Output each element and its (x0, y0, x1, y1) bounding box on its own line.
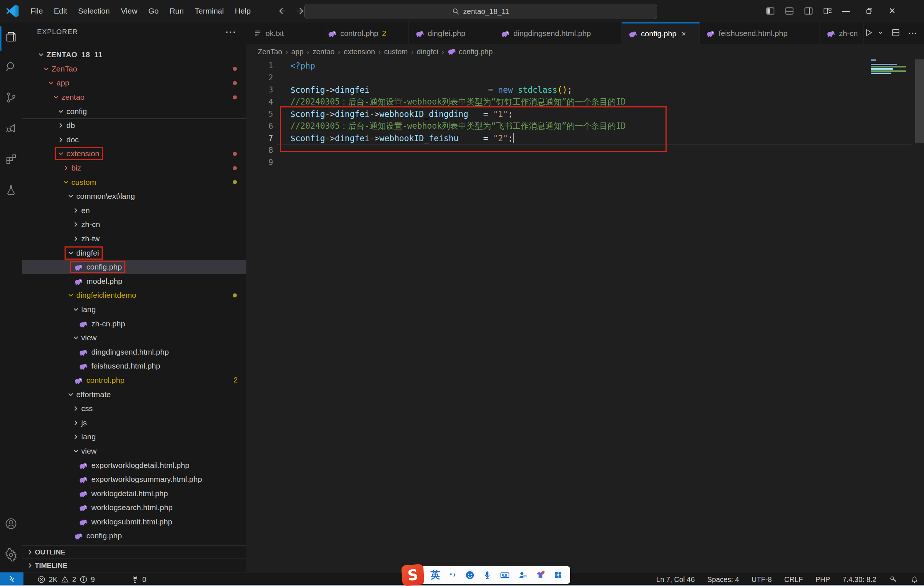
language-toggle-icon[interactable]: 英 (431, 570, 440, 580)
tree-item-css[interactable]: css (22, 401, 246, 416)
tab-close-icon[interactable]: × (681, 30, 686, 38)
toggle-panel-icon[interactable] (785, 6, 794, 16)
php-version-key-icon[interactable] (889, 575, 898, 584)
menu-edit[interactable]: Edit (48, 0, 73, 22)
tree-item-worklogdetail.html.php[interactable]: worklogdetail.html.php (22, 486, 246, 500)
tree-item-control.php[interactable]: control.php2 (22, 373, 246, 388)
tab-zh-cn.pl[interactable]: zh-cn.pl (820, 22, 864, 44)
status-item-utf-8[interactable]: UTF-8 (752, 575, 772, 584)
tree-item-zh-cn[interactable]: zh-cn (22, 218, 246, 232)
tree-item-model.php[interactable]: model.php (22, 274, 246, 289)
toggle-secondary-sidebar-icon[interactable] (804, 6, 813, 16)
menu-view[interactable]: View (115, 0, 143, 22)
tree-item-lang[interactable]: lang (22, 430, 246, 444)
outline-section-header[interactable]: OUTLINE (22, 545, 246, 559)
minimize-icon[interactable]: — (842, 6, 850, 16)
notifications-bell-icon[interactable] (910, 575, 919, 584)
punctuation-icon[interactable] (448, 570, 457, 580)
code-line-3[interactable]: 3$config->dingfei = new stdclass(); (246, 84, 924, 96)
tree-item-config[interactable]: config (22, 104, 246, 119)
explorer-more-actions-icon[interactable]: ⋯ (225, 25, 236, 38)
tree-item-js[interactable]: js (22, 416, 246, 430)
menu-run[interactable]: Run (164, 0, 190, 22)
tree-item-exportworklogdetail.html.php[interactable]: exportworklogdetail.html.php (22, 458, 246, 472)
skin-icon[interactable] (535, 570, 546, 580)
tree-item-custom[interactable]: custom (22, 175, 246, 189)
tree-item-extension[interactable]: extension (22, 147, 246, 161)
split-editor-icon[interactable] (891, 28, 901, 39)
menu-file[interactable]: File (25, 0, 48, 22)
tree-item-view[interactable]: view (22, 444, 246, 458)
tree-item-config.php[interactable]: config.php (22, 529, 246, 543)
tree-item-config.php[interactable]: config.php (22, 260, 246, 274)
code-editor[interactable]: 1<?php23$config->dingfei = new stdclass(… (246, 59, 924, 572)
breadcrumb-item-dingfei[interactable]: dingfei (417, 48, 439, 56)
ports-status[interactable]: 0 (130, 573, 146, 586)
tab-dingfei.php[interactable]: dingfei.php (409, 22, 495, 44)
tree-item-app[interactable]: app (22, 76, 246, 90)
tree-item-doc[interactable]: doc (22, 133, 246, 147)
tab-config.php[interactable]: config.php× (622, 22, 700, 44)
explorer-icon[interactable] (0, 23, 22, 50)
breadcrumb-item-extension[interactable]: extension (343, 48, 375, 56)
timeline-section-header[interactable]: TIMELINE (22, 558, 246, 572)
tree-item-biz[interactable]: biz (22, 161, 246, 175)
menu-help[interactable]: Help (229, 0, 256, 22)
keyboard-icon[interactable] (500, 570, 510, 580)
menu-go[interactable]: Go (143, 0, 164, 22)
tree-item-dingfei[interactable]: dingfei (22, 246, 246, 260)
customize-layout-icon[interactable] (823, 6, 832, 16)
tab-control.php[interactable]: control.php2 (321, 22, 409, 44)
tree-item-zentao[interactable]: ZenTao (22, 62, 246, 76)
code-line-9[interactable]: 9 (246, 156, 924, 168)
command-center-search[interactable]: zentao_18_11 (304, 4, 657, 19)
problems-status[interactable]: 2K 2 9 (37, 573, 95, 586)
sogou-logo-icon[interactable]: S (401, 564, 425, 586)
settings-gear-icon[interactable] (0, 541, 22, 568)
breadcrumb-item-zentao[interactable]: ZenTao (258, 48, 282, 56)
search-view-icon[interactable] (0, 53, 22, 80)
breadcrumb-item-app[interactable]: app (291, 48, 303, 56)
restore-icon[interactable] (865, 7, 873, 15)
tree-item-effortmate[interactable]: effortmate (22, 387, 246, 401)
tree-item-en[interactable]: en (22, 203, 246, 218)
tree-item-worklogsubmit.html.php[interactable]: worklogsubmit.html.php (22, 515, 246, 529)
tab-feishusend.html.php[interactable]: feishusend.html.php (700, 22, 820, 44)
status-item-crlf[interactable]: CRLF (784, 575, 803, 584)
tree-item-common-ext-lang[interactable]: common\ext\lang (22, 189, 246, 203)
toggle-primary-sidebar-icon[interactable] (766, 6, 775, 16)
nav-back-icon[interactable] (277, 6, 286, 16)
tree-item-lang[interactable]: lang (22, 302, 246, 317)
tree-item-db[interactable]: db (22, 119, 246, 133)
extensions-icon[interactable] (0, 145, 22, 172)
user-profile-icon[interactable] (518, 570, 528, 580)
run-debug-icon[interactable] (0, 115, 22, 142)
minimap[interactable] (871, 59, 908, 75)
more-actions-icon[interactable]: ⋯ (908, 28, 917, 39)
close-icon[interactable]: ✕ (889, 6, 895, 16)
tree-item-dingdingsend.html.php[interactable]: dingdingsend.html.php (22, 345, 246, 359)
status-item-php[interactable]: PHP (815, 575, 830, 584)
tree-item-zentao[interactable]: zentao (22, 90, 246, 104)
menu-terminal[interactable]: Terminal (189, 0, 229, 22)
run-dropdown-chevron-icon[interactable] (877, 29, 884, 37)
status-item-spaces[interactable]: Spaces: 4 (707, 575, 739, 584)
breadcrumb-item-zentao[interactable]: zentao (312, 48, 334, 56)
status-item-ln-7--col-46[interactable]: Ln 7, Col 46 (656, 575, 695, 584)
tree-item-feishusend.html.php[interactable]: feishusend.html.php (22, 359, 246, 373)
tree-item-zh-cn.php[interactable]: zh-cn.php (22, 317, 246, 331)
remote-indicator[interactable] (0, 573, 23, 586)
tree-item-dingfeiclientdemo[interactable]: dingfeiclientdemo (22, 288, 246, 302)
accounts-icon[interactable] (0, 510, 22, 537)
testing-icon[interactable] (0, 177, 22, 203)
tree-item-exportworklogsummary.html.php[interactable]: exportworklogsummary.html.php (22, 472, 246, 487)
tree-item-zentao-18-11[interactable]: ZENTAO_18_11 (22, 48, 246, 62)
tree-item-zh-tw[interactable]: zh-tw (22, 232, 246, 246)
tab-ok.txt[interactable]: ok.txt (246, 22, 321, 44)
editor-scrollbar[interactable] (915, 59, 924, 143)
source-control-icon[interactable] (0, 84, 22, 111)
tree-item-view[interactable]: view (22, 331, 246, 345)
run-icon[interactable] (864, 28, 873, 39)
breadcrumb-item-config.php[interactable]: config.php (447, 46, 492, 57)
menu-selection[interactable]: Selection (73, 0, 115, 22)
